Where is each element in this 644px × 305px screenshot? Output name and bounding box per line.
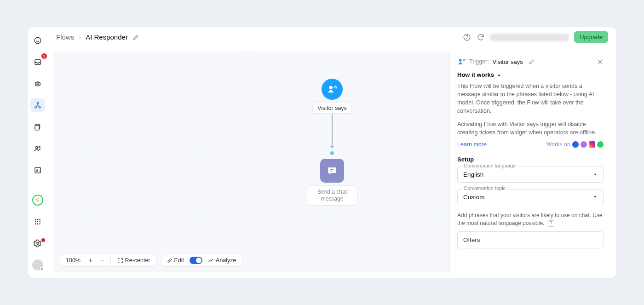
svg-point-25	[329, 86, 333, 89]
action-node-label[interactable]: Send a chat message	[307, 185, 357, 206]
channel-messenger-icon	[581, 141, 587, 148]
chevron-down-icon	[593, 195, 598, 199]
svg-point-24	[467, 38, 467, 39]
sidebar-item-ideas[interactable]	[30, 193, 45, 207]
recenter-button[interactable]: Re-center	[115, 256, 153, 265]
how-it-works-toggle[interactable]: How it works	[457, 71, 604, 78]
mode-toggle[interactable]	[190, 257, 202, 264]
topic-select[interactable]: Custom	[457, 189, 604, 205]
sidebar-item-contacts[interactable]	[30, 142, 45, 155]
how-para-2: Activating Flow with Visitor says trigge…	[457, 120, 604, 137]
how-para-1: This Flow will be triggered when a visit…	[457, 82, 604, 115]
svg-point-18	[39, 221, 40, 222]
sidebar-item-bot[interactable]	[30, 77, 45, 90]
channel-whatsapp-icon	[597, 141, 604, 148]
breadcrumb-current: AI Responder	[86, 33, 128, 41]
chevron-up-icon	[497, 73, 501, 77]
edit-mode-button[interactable]: Edit	[164, 256, 187, 265]
breadcrumb-root[interactable]: Flows	[56, 33, 74, 41]
svg-point-21	[39, 223, 40, 224]
zoom-in-button[interactable]: +	[86, 256, 95, 265]
svg-point-28	[459, 59, 462, 62]
help-icon[interactable]	[463, 33, 471, 41]
sidebar-item-analytics[interactable]	[30, 163, 45, 177]
svg-rect-9	[35, 125, 39, 130]
setup-title: Setup	[457, 156, 604, 163]
svg-point-16	[35, 221, 36, 222]
canvas-toolbar-left: 100% + − Re-center Edit	[60, 254, 242, 267]
svg-point-11	[39, 146, 40, 148]
trigger-node[interactable]	[322, 79, 343, 100]
svg-point-13	[35, 219, 36, 220]
phrase-input[interactable]: Offers	[457, 231, 604, 248]
svg-point-3	[37, 84, 38, 85]
works-on-label: Works on	[546, 141, 604, 148]
panel-trigger-prefix: Trigger:	[469, 58, 489, 65]
trigger-panel: Trigger: Visitor says How it works	[450, 51, 611, 272]
chevron-right-icon: ›	[79, 33, 81, 41]
account-info-redacted	[490, 34, 569, 41]
svg-point-5	[37, 102, 39, 104]
svg-point-14	[37, 219, 39, 220]
topbar: Flows › AI Responder Upgrade	[48, 27, 616, 47]
panel-edit-icon[interactable]	[529, 59, 535, 65]
zoom-level[interactable]: 100%	[63, 256, 83, 265]
flow-column: Visitor says Send a chat message	[307, 79, 357, 206]
sidebar: 1	[28, 27, 48, 278]
svg-rect-26	[330, 169, 334, 170]
panel-trigger-name: Visitor says	[493, 58, 523, 65]
phrases-help-icon[interactable]: ?	[548, 220, 554, 227]
sidebar-item-settings[interactable]	[30, 236, 45, 250]
learn-more-link[interactable]: Learn more	[457, 141, 487, 148]
lang-select[interactable]: English	[457, 167, 604, 183]
presence-dot	[40, 267, 44, 271]
settings-notification-dot	[41, 238, 45, 242]
sidebar-item-pages[interactable]	[30, 120, 45, 133]
topic-field-label: Conversation topic	[462, 185, 507, 191]
svg-rect-27	[330, 171, 333, 172]
svg-point-22	[37, 242, 39, 244]
svg-point-4	[38, 84, 39, 85]
edit-name-icon[interactable]	[132, 34, 139, 40]
sidebar-item-logo[interactable]	[30, 34, 45, 47]
zoom-out-button[interactable]: −	[98, 256, 106, 265]
svg-point-6	[35, 107, 36, 108]
visitor-says-icon	[457, 58, 466, 66]
action-node[interactable]	[320, 159, 344, 183]
main: Flows › AI Responder Upgrade	[48, 27, 616, 278]
analyze-mode-button[interactable]: Analyze	[205, 256, 239, 265]
inbox-badge: 1	[41, 53, 47, 59]
breadcrumb: Flows › AI Responder	[56, 33, 139, 41]
chevron-down-icon	[593, 172, 598, 177]
svg-point-20	[37, 223, 39, 224]
refresh-icon[interactable]	[477, 33, 485, 41]
sidebar-item-inbox[interactable]: 1	[30, 55, 45, 69]
flow-drop-dot[interactable]	[330, 151, 334, 155]
flow-connector	[332, 114, 333, 148]
svg-point-17	[37, 221, 39, 222]
sidebar-item-flows[interactable]	[30, 98, 45, 112]
channel-instagram-icon	[589, 141, 595, 148]
phrases-help-text: Add phrases that your visitors are likel…	[457, 212, 604, 227]
svg-point-7	[39, 107, 40, 108]
flow-canvas[interactable]: Saved as draft Test it out Close Activat…	[53, 51, 611, 272]
sidebar-item-apps[interactable]	[30, 215, 45, 228]
svg-point-10	[36, 146, 38, 149]
svg-point-0	[34, 37, 41, 44]
svg-point-19	[35, 223, 36, 224]
upgrade-button[interactable]: Upgrade	[574, 31, 608, 43]
sidebar-item-profile[interactable]	[30, 258, 45, 271]
svg-point-15	[39, 219, 40, 220]
channel-chat-icon	[572, 141, 579, 148]
panel-close-icon[interactable]	[597, 58, 604, 65]
trigger-node-label[interactable]: Visitor says	[312, 103, 352, 114]
lang-field-label: Conversation language	[462, 163, 518, 168]
